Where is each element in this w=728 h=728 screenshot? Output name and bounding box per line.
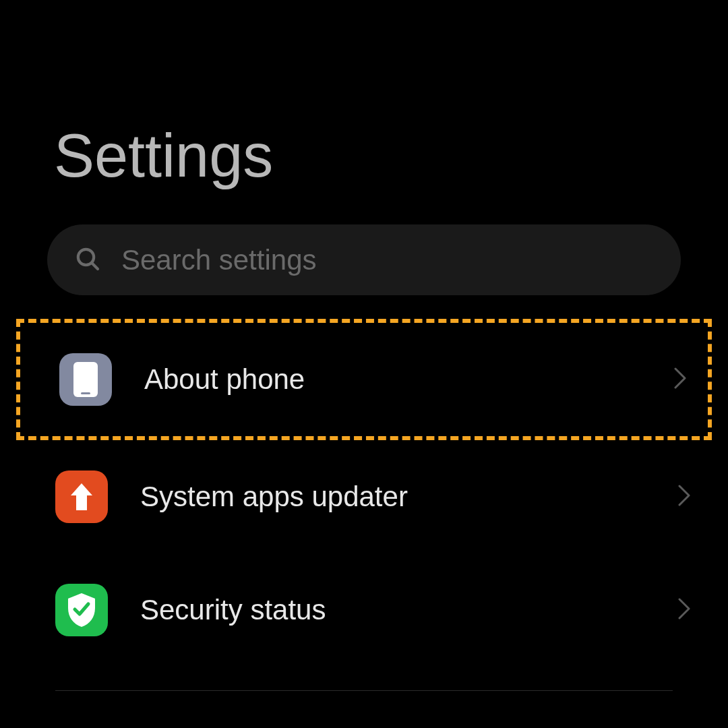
svg-rect-2 [73,362,98,397]
arrow-up-icon [55,471,108,523]
search-input[interactable]: Search settings [47,224,681,295]
settings-item-system-updater[interactable]: System apps updater [0,440,728,553]
page-title: Settings [0,0,728,224]
shield-check-icon [55,584,108,636]
settings-item-label: System apps updater [140,481,677,513]
settings-item-security[interactable]: Security status [0,553,728,667]
chevron-right-icon [673,367,687,392]
svg-line-1 [92,262,98,268]
settings-item-label: About phone [144,363,673,396]
settings-item-label: Security status [140,594,677,626]
highlight-annotation: About phone [16,319,712,440]
phone-icon [59,353,112,406]
search-placeholder: Search settings [121,244,317,276]
search-icon [74,245,101,275]
svg-rect-3 [81,392,90,394]
chevron-right-icon [677,597,691,623]
settings-item-about-phone[interactable]: About phone [20,323,708,436]
chevron-right-icon [677,484,691,510]
divider [55,690,673,691]
